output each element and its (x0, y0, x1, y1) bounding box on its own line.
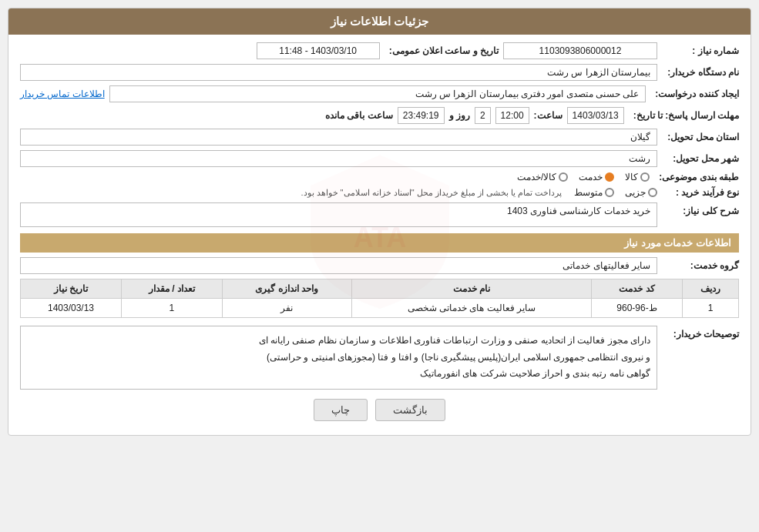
col-unit: واحد اندازه گیری (222, 279, 351, 299)
province-label: استان محل تحویل: (662, 132, 739, 142)
need-desc-value: خرید خدمات کارشناسی فناوری 1403 (20, 202, 657, 227)
cell-qty: 1 (121, 299, 222, 318)
process-label: نوع فرآیند خرید : (662, 187, 739, 198)
category-kala-khedmat[interactable]: کالا/خدمت (517, 172, 568, 182)
process-motavasset[interactable]: متوسط (574, 187, 614, 198)
table-row: 1 ط-96-960 سایر فعالیت های خدماتی شخصی ن… (21, 299, 739, 318)
need-number-value: 1103093806000012 (503, 42, 657, 59)
service-table: ردیف کد خدمت نام خدمت واحد اندازه گیری ت… (20, 279, 739, 318)
col-row: ردیف (682, 279, 738, 299)
deadline-time-label: ساعت: (534, 110, 563, 121)
service-group-label: گروه خدمت: (662, 260, 739, 271)
radio-kala-khedmat-label: کالا/خدمت (517, 172, 556, 182)
org-name-value: بیمارستان الزهرا س رشت (20, 64, 657, 81)
page-header: جزئیات اطلاعات نیاز (8, 8, 751, 35)
radio-khedmat-label: خدمت (579, 172, 603, 182)
org-name-label: نام دستگاه خریدار: (662, 67, 739, 78)
cell-unit: نفر (222, 299, 351, 318)
creator-value: علی حسنی متصدی امور دفتری بیمارستان الزه… (109, 85, 646, 102)
deadline-time: 12:00 (495, 107, 529, 124)
province-value: گیلان (20, 129, 657, 146)
radio-kala-khedmat-icon (559, 172, 568, 182)
category-kala[interactable]: کالا (625, 172, 650, 182)
col-date: تاریخ نیاز (21, 279, 122, 299)
radio-motavasset-label: متوسط (574, 187, 603, 198)
process-note: پرداخت تمام یا بخشی از مبلغ خریداز محل "… (20, 188, 562, 198)
process-jozei[interactable]: جزیی (625, 187, 657, 198)
cell-row: 1 (682, 299, 738, 318)
buyer-desc-value: دارای مجوز فعالیت از اتحادیه صنفی و وزار… (20, 326, 657, 390)
col-qty: تعداد / مقدار (121, 279, 222, 299)
category-khedmat[interactable]: خدمت (579, 172, 614, 182)
deadline-label: مهلت ارسال پاسخ: تا تاریخ: (629, 110, 739, 121)
deadline-date: 1403/03/13 (567, 107, 624, 124)
col-name: نام خدمت (351, 279, 592, 299)
creator-label: ایجاد کننده درخواست: (650, 89, 739, 99)
radio-motavasset-icon (605, 188, 614, 197)
deadline-remaining: 23:49:19 (398, 107, 445, 124)
service-group-value: سایر فعالیتهای خدماتی (20, 257, 657, 274)
buyer-desc-label: توصیحات خریدار: (662, 326, 739, 340)
city-label: شهر محل تحویل: (662, 153, 739, 164)
cell-code: ط-96-960 (592, 299, 683, 318)
radio-kala-label: کالا (625, 172, 638, 182)
cell-name: سایر فعالیت های خدماتی شخصی (351, 299, 592, 318)
back-button[interactable]: بازگشت (375, 399, 445, 421)
need-number-label: شماره نیاز : (662, 45, 739, 56)
deadline-day-label: روز و (449, 110, 470, 121)
service-info-title: اطلاعات خدمات مورد نیاز (20, 233, 739, 253)
announce-date-value: 1403/03/10 - 11:48 (257, 42, 380, 59)
action-buttons: بازگشت چاپ (20, 399, 739, 421)
deadline-days: 2 (475, 107, 491, 124)
city-value: رشت (20, 150, 657, 167)
radio-kala-icon (640, 172, 650, 182)
radio-jozei-icon (648, 188, 657, 197)
category-label: طبقه بندی موضوعی: (654, 172, 739, 182)
radio-khedmat-icon (605, 172, 614, 182)
print-button[interactable]: چاپ (314, 399, 368, 421)
contact-link[interactable]: اطلاعات تماس خریدار (20, 89, 105, 99)
announce-date-label: تاریخ و ساعت اعلان عمومی: (385, 45, 499, 56)
deadline-remaining-label: ساعت باقی مانده (325, 110, 393, 121)
page-title: جزئیات اطلاعات نیاز (331, 15, 428, 28)
need-desc-label: شرح کلی نیاز: (662, 202, 739, 216)
cell-date: 1403/03/13 (21, 299, 122, 318)
process-radio-group: جزیی متوسط (574, 187, 657, 198)
col-code: کد خدمت (592, 279, 683, 299)
category-radio-group: کالا خدمت کالا/خدمت (517, 172, 650, 182)
radio-jozei-label: جزیی (625, 187, 646, 198)
